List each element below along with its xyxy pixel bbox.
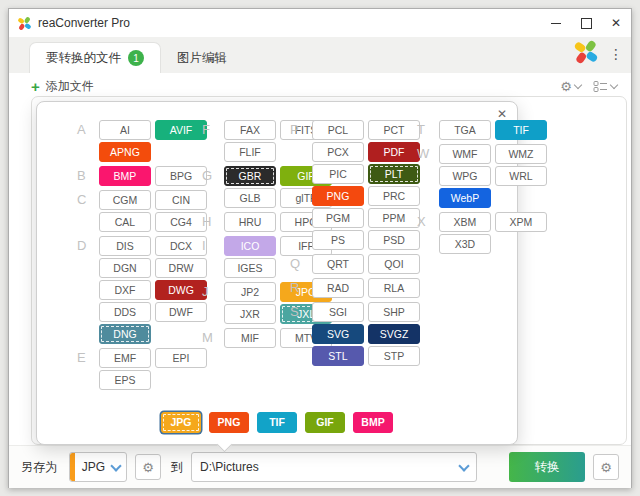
format-stp[interactable]: STP [368,346,420,366]
convert-settings-button[interactable]: ⚙ [593,454,619,480]
format-gbr[interactable]: GBR [224,166,276,186]
group-letter: B [77,166,99,186]
format-pcx[interactable]: PCX [312,142,364,162]
format-stl[interactable]: STL [312,346,364,366]
format-jxr[interactable]: JXR [224,304,276,324]
format-eps[interactable]: EPS [99,370,151,390]
format-svg[interactable]: SVG [312,324,364,344]
quick-format-jpg[interactable]: JPG [161,412,201,433]
format-dcx[interactable]: DCX [155,236,207,256]
format-wmz[interactable]: WMZ [495,144,547,164]
format-dis[interactable]: DIS [99,236,151,256]
format-ai[interactable]: AI [99,120,151,140]
format-cal[interactable]: CAL [99,212,151,232]
format-qrt[interactable]: QRT [312,254,364,274]
format-fax[interactable]: FAX [224,120,276,140]
format-psd[interactable]: PSD [368,230,420,250]
format-pgm[interactable]: PGM [312,208,364,228]
format-xbm[interactable]: XBM [439,212,491,232]
format-webp[interactable]: WebP [439,188,491,208]
settings-dropdown[interactable]: ⚙ [560,80,581,93]
format-shp[interactable]: SHP [368,302,420,322]
quick-format-tif[interactable]: TIF [257,412,297,433]
group-letter: M [202,328,224,348]
quick-format-row: JPGPNGTIFGIFBMP [37,412,517,433]
format-pcl[interactable]: PCL [312,120,364,140]
format-pct[interactable]: PCT [368,120,420,140]
group-letter: I [202,236,224,278]
format-rla[interactable]: RLA [368,278,420,298]
format-x3d[interactable]: X3D [439,234,491,254]
format-wpg[interactable]: WPG [439,166,491,186]
format-iges[interactable]: IGES [224,258,276,278]
add-files-label: 添加文件 [46,78,94,95]
group-letter: C [77,190,99,232]
format-ps[interactable]: PS [312,230,364,250]
close-icon: ✕ [611,17,621,29]
minimize-button[interactable] [541,9,571,37]
format-dng[interactable]: DNG [99,324,151,344]
maximize-button[interactable] [571,9,601,37]
format-wrl[interactable]: WRL [495,166,547,186]
format-cg4[interactable]: CG4 [155,212,207,232]
group-letter: P [290,120,312,250]
quick-format-png[interactable]: PNG [209,412,249,433]
list-view-dropdown[interactable] [593,80,617,93]
format-wmf[interactable]: WMF [439,144,491,164]
quick-format-bmp[interactable]: BMP [353,412,393,433]
tab-image-editing[interactable]: 图片编辑 [161,43,243,73]
format-dds[interactable]: DDS [99,302,151,322]
output-format-combo[interactable]: JPG [69,452,127,482]
format-rad[interactable]: RAD [312,278,364,298]
format-bmp[interactable]: BMP [99,166,151,186]
format-plt[interactable]: PLT [368,164,420,184]
format-cgm[interactable]: CGM [99,190,151,210]
bottom-bar: 另存为 JPG ⚙ 到 D:\Pictures 转换 ⚙ [9,445,631,488]
format-column: PPCLPCTPCXPDFPICPLTPNGPRCPGMPPMPSPSDQQRT… [290,120,420,370]
dialog-close-icon[interactable]: ✕ [497,108,507,120]
tab-files-to-convert[interactable]: 要转换的文件 1 [29,42,161,73]
group-letter: X [417,212,439,254]
convert-button[interactable]: 转换 [509,452,585,482]
format-epi[interactable]: EPI [155,348,207,368]
close-button[interactable]: ✕ [601,9,631,37]
format-emf[interactable]: EMF [99,348,151,368]
format-svgz[interactable]: SVGZ [368,324,420,344]
format-tga[interactable]: TGA [439,120,491,140]
format-xpm[interactable]: XPM [495,212,547,232]
format-flif[interactable]: FLIF [224,142,276,162]
quick-format-gif[interactable]: GIF [305,412,345,433]
format-dxf[interactable]: DXF [99,280,151,300]
overflow-menu-icon[interactable]: ⋮ [609,47,623,61]
format-jp2[interactable]: JP2 [224,282,276,302]
format-pdf[interactable]: PDF [368,142,420,162]
format-hru[interactable]: HRU [224,212,276,232]
format-mif[interactable]: MIF [224,328,276,348]
format-dgn[interactable]: DGN [99,258,151,278]
format-sgi[interactable]: SGI [312,302,364,322]
format-prc[interactable]: PRC [368,186,420,206]
format-pic[interactable]: PIC [312,164,364,184]
content-area: ✕ AAIAVIFAPNGBBMPBPGCCGMCINCALCG4DDISDCX… [9,99,631,445]
format-bpg[interactable]: BPG [155,166,207,186]
format-png[interactable]: PNG [312,186,364,206]
format-glb[interactable]: GLB [224,188,276,208]
format-qoi[interactable]: QOI [368,254,420,274]
output-path-combo[interactable]: D:\Pictures [191,452,477,482]
format-ico[interactable]: ICO [224,236,276,256]
format-dwg[interactable]: DWG [155,280,207,300]
add-files-button[interactable]: + 添加文件 [31,78,94,95]
group-letter: G [202,166,224,208]
format-apng[interactable]: APNG [99,142,151,162]
format-group-x: XXBMXPMX3D [417,212,547,254]
app-logo-icon [17,16,32,31]
format-avif[interactable]: AVIF [155,120,207,140]
format-settings-button[interactable]: ⚙ [135,454,161,480]
format-cin[interactable]: CIN [155,190,207,210]
format-drw[interactable]: DRW [155,258,207,278]
format-tif[interactable]: TIF [495,120,547,140]
format-ppm[interactable]: PPM [368,208,420,228]
minimize-icon [551,23,561,24]
format-dwf[interactable]: DWF [155,302,207,322]
gear-icon: ⚙ [560,80,572,93]
